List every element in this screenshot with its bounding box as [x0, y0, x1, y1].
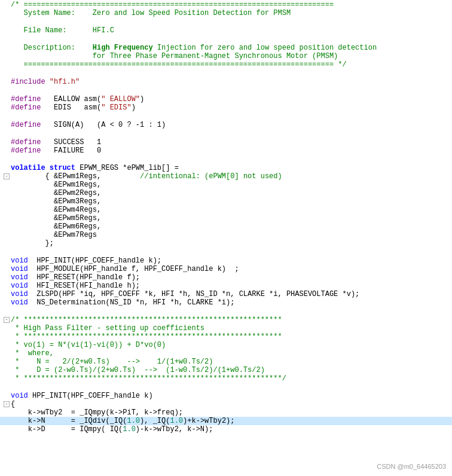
code-line-51: k->D = IQmpy( IQ(1.0)-k->wTby2, k->N);: [0, 425, 452, 434]
code-line-46: [0, 383, 452, 392]
code-line-29: };: [0, 239, 452, 248]
code-text-42: * where,: [11, 349, 54, 358]
code-line-40: * **************************************…: [0, 332, 452, 341]
gutter-30: [2, 248, 11, 257]
gutter-40: [2, 332, 11, 341]
gutter-19: [2, 155, 11, 164]
gutter-23: [2, 189, 11, 197]
gutter-24: [2, 197, 11, 206]
code-line-19: [0, 155, 452, 164]
code-line-2: System Name: Zero and low Speed Position…: [0, 9, 452, 17]
code-text-8: ========================================…: [11, 60, 347, 69]
code-line-15: #define SIGN(A) (A < 0 ? -1 : 1): [0, 121, 452, 129]
gutter-2: [2, 9, 11, 17]
code-text-31: void HPF_INIT(HPF_COEFF_handle k);: [11, 257, 161, 265]
code-line-26: &EPwm5Regs,: [0, 214, 452, 222]
code-text-2: System Name: Zero and low Speed Position…: [11, 9, 291, 17]
gutter-35: [2, 290, 11, 298]
code-text-36: void NS_Determination(NS_ID *n, HFI *h, …: [11, 298, 234, 307]
code-text-47: void HPF_INIT(HPF_COEFF_handle k): [11, 392, 153, 400]
code-text-41: * vo(1) = N*(vi(1)-vi(0)) + D*vo(0): [11, 341, 166, 349]
code-text-33: void HPF_RESET(HPF_handle f);: [11, 273, 140, 282]
code-line-11: [0, 86, 452, 95]
code-line-16: [0, 129, 452, 138]
code-text-6: Description: High Frequency Injection fo…: [11, 44, 377, 52]
collapse-icon-38[interactable]: -: [4, 317, 10, 323]
gutter-27: [2, 222, 11, 231]
code-text-39: * High Pass Filter - setting up coeffici…: [11, 324, 204, 332]
watermark: CSDN @m0_64465203: [377, 463, 446, 470]
gutter-32: [2, 265, 11, 273]
code-line-41: * vo(1) = N*(vi(1)-vi(0)) + D*vo(0): [0, 341, 452, 349]
gutter-10: [2, 78, 11, 86]
code-text-50: k->N = _IQdiv(_IQ(1.0), _IQ(1.0)+k->wTby…: [11, 417, 235, 425]
gutter-9: [2, 69, 11, 78]
code-line-5: [0, 35, 452, 44]
gutter-15: [2, 121, 11, 129]
gutter-7: [2, 52, 11, 60]
code-text-1: /* =====================================…: [11, 1, 334, 9]
gutter-38: -: [2, 316, 11, 324]
code-text-20: volatile struct EPWM_REGS *ePWM_lib[] =: [11, 164, 179, 172]
code-text-35: void ZLSPD(HPF *iq, HPF_COEFF *k, HFI *h…: [11, 290, 359, 298]
gutter-11: [2, 86, 11, 95]
collapse-icon-48[interactable]: -: [4, 401, 10, 407]
code-text-51: k->D = IQmpy( IQ(1.0)-k->wTby2, k->N);: [11, 425, 213, 434]
code-line-22: &EPwm1Regs,: [0, 181, 452, 189]
code-text-17: #define SUCCESS 1: [11, 138, 101, 147]
code-line-7: for Three Phase Permanent-Magnet Synchro…: [0, 52, 452, 60]
gutter-6: [2, 44, 11, 52]
gutter-45: [2, 374, 11, 383]
code-line-21: - { &EPwm1Regs, //intentional: (ePWM[0] …: [0, 172, 452, 181]
gutter-41: [2, 341, 11, 349]
code-text-29: };: [11, 239, 54, 248]
gutter-16: [2, 129, 11, 138]
code-line-25: &EPwm4Regs,: [0, 206, 452, 214]
gutter-5: [2, 35, 11, 44]
code-text-34: void HFI_RESET(HFI_handle h);: [11, 282, 140, 290]
gutter-13: [2, 103, 11, 112]
gutter-17: [2, 138, 11, 147]
code-line-38: - /* ***********************************…: [0, 316, 452, 324]
gutter-1: [2, 1, 11, 9]
code-text-49: k->wTby2 = _IQmpy(k->PiT, k->freq);: [11, 408, 183, 417]
code-text-13: #define EDIS asm(" EDIS"): [11, 103, 136, 112]
gutter-43: [2, 358, 11, 366]
code-line-35: void ZLSPD(HPF *iq, HPF_COEFF *k, HFI *h…: [0, 290, 452, 298]
code-line-31: void HPF_INIT(HPF_COEFF_handle k);: [0, 257, 452, 265]
code-line-12: #define EALLOW asm(" EALLOW"): [0, 95, 452, 103]
code-line-6: Description: High Frequency Injection fo…: [0, 44, 452, 52]
gutter-8: [2, 60, 11, 69]
gutter-49: [2, 408, 11, 417]
code-line-24: &EPwm3Regs,: [0, 197, 452, 206]
gutter-36: [2, 298, 11, 307]
gutter-20: [2, 164, 11, 172]
collapse-icon-21[interactable]: -: [4, 173, 10, 179]
gutter-12: [2, 95, 11, 103]
code-line-30: [0, 248, 452, 257]
gutter-34: [2, 282, 11, 290]
gutter-26: [2, 214, 11, 222]
code-text-38: /* *************************************…: [11, 316, 282, 324]
code-text-27: &EPwm6Regs,: [11, 222, 101, 231]
code-line-50: k->N = _IQdiv(_IQ(1.0), _IQ(1.0)+k->wTby…: [0, 417, 452, 425]
gutter-37: [2, 307, 11, 316]
code-line-28: &EPwm7Regs: [0, 231, 452, 239]
code-line-42: * where,: [0, 349, 452, 358]
gutter-51: [2, 425, 11, 434]
code-line-27: &EPwm6Regs,: [0, 222, 452, 231]
code-text-26: &EPwm5Regs,: [11, 214, 101, 222]
gutter-25: [2, 206, 11, 214]
gutter-46: [2, 383, 11, 392]
code-text-4: File Name: HFI.C: [11, 26, 114, 35]
code-text-23: &EPwm2Regs,: [11, 189, 101, 197]
code-text-10: #include "hfi.h": [11, 78, 80, 86]
code-container: /* =====================================…: [0, 0, 452, 476]
code-line-20: volatile struct EPWM_REGS *ePWM_lib[] =: [0, 164, 452, 172]
gutter-29: [2, 239, 11, 248]
code-text-24: &EPwm3Regs,: [11, 197, 101, 206]
gutter-21: -: [2, 172, 11, 181]
gutter-4: [2, 26, 11, 35]
code-line-8: ========================================…: [0, 60, 452, 69]
code-line-23: &EPwm2Regs,: [0, 189, 452, 197]
